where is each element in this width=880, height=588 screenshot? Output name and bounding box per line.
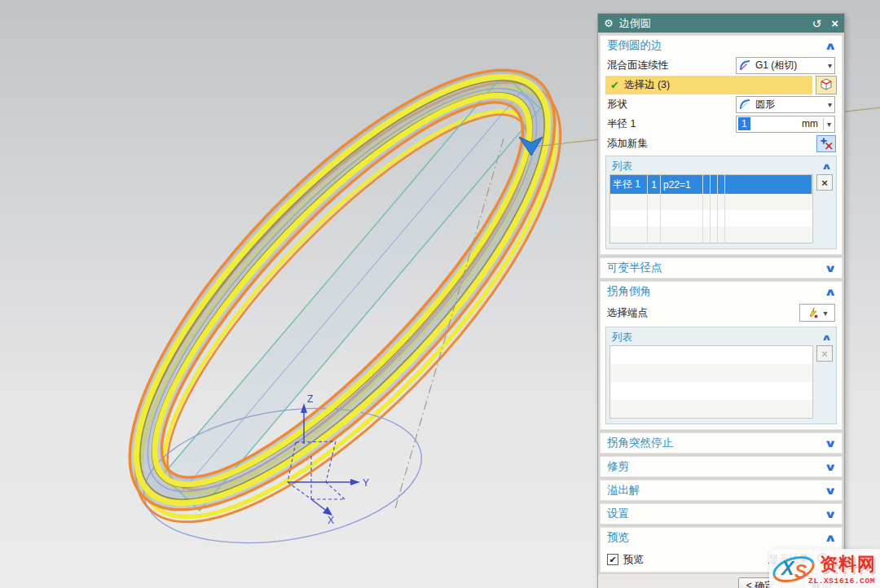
chevron-up-icon[interactable]: ∧: [825, 532, 838, 544]
g1-continuity-icon: [739, 59, 752, 72]
list-row-empty: [610, 210, 812, 226]
continuity-dropdown[interactable]: G1 (相切) ▾: [736, 57, 835, 74]
chevron-up-icon[interactable]: ∧: [821, 161, 832, 172]
section-title: 修剪: [607, 459, 826, 474]
section-header-trim[interactable]: 修剪 ∨: [601, 457, 842, 476]
application-window: Z Y X ⚙ 边倒圆 ↺ × 要倒圆的边 ∧ 混合面连续性: [0, 0, 880, 588]
cell-radius-value: 1: [648, 175, 661, 194]
list-row-empty: [610, 346, 812, 364]
section-header-settings[interactable]: 设置 ∨: [601, 504, 842, 524]
remove-list-item-button[interactable]: ×: [816, 174, 833, 191]
preview-checkbox-label: 预览: [623, 553, 644, 567]
section-title: 预览: [607, 530, 826, 545]
gear-icon: ⚙: [604, 17, 614, 29]
section-trim: 修剪 ∨: [600, 456, 843, 477]
dialog-title: 边倒圆: [619, 16, 812, 31]
chevron-down-icon: ▾: [825, 100, 832, 109]
solid-body-filter-button[interactable]: [816, 76, 837, 94]
radius-list-panel: 列表 ∧ 半径 1 1 p22=1: [605, 156, 837, 249]
list-row-empty: [610, 364, 812, 382]
section-header-overflow[interactable]: 溢出解 ∨: [601, 480, 842, 500]
close-icon[interactable]: ×: [831, 16, 838, 30]
watermark-logo-x: X: [780, 558, 795, 579]
section-variable-radius: 可变半径点 ∨: [600, 257, 843, 279]
chevron-up-icon[interactable]: ∧: [825, 286, 838, 298]
section-overflow: 溢出解 ∨: [600, 480, 843, 501]
chevron-down-icon[interactable]: ∨: [825, 461, 838, 473]
cell-radius-expr: p22=1: [661, 175, 703, 194]
list-row-selected[interactable]: 半径 1 1 p22=1: [610, 175, 812, 194]
add-set-icon: [820, 137, 834, 151]
y-axis-label: Y: [363, 477, 369, 489]
continuity-label: 混合面连续性: [607, 59, 736, 72]
list-title: 列表: [612, 331, 823, 344]
select-edge-label: 选择边 (3): [624, 78, 670, 92]
chevron-down-icon: ▾: [823, 309, 827, 318]
radius-value[interactable]: 1: [738, 117, 750, 130]
add-new-set-button[interactable]: [816, 135, 836, 152]
chevron-down-icon[interactable]: ▾: [824, 120, 834, 129]
add-new-set-label: 添加新集: [607, 137, 816, 151]
chevron-down-icon[interactable]: ∨: [825, 437, 838, 450]
radius-input[interactable]: 1 mm ▾: [736, 116, 835, 133]
green-check-icon: ✔: [610, 79, 619, 91]
section-header-edges-to-blend[interactable]: 要倒圆的边 ∧: [601, 36, 842, 55]
endpoint-list-table: [609, 345, 813, 419]
dialog-body: 要倒圆的边 ∧ 混合面连续性 G1 (相切) ▾: [598, 33, 844, 574]
watermark-logo-s: S: [794, 561, 807, 582]
checkbox-check-icon: ✔: [609, 555, 616, 565]
select-endpoint-label: 选择端点: [607, 306, 799, 320]
chevron-up-icon[interactable]: ∧: [825, 40, 838, 52]
chevron-down-icon[interactable]: ∨: [825, 485, 838, 497]
section-edges-to-blend: 要倒圆的边 ∧ 混合面连续性 G1 (相切) ▾: [600, 35, 843, 255]
preview-checkbox[interactable]: ✔: [607, 554, 618, 565]
cube-icon: [819, 77, 834, 92]
section-title: 可变半径点: [607, 261, 826, 275]
edge-blend-dialog: ⚙ 边倒圆 ↺ × 要倒圆的边 ∧ 混合面连续性: [597, 13, 845, 588]
section-title: 拐角突然停止: [607, 436, 826, 450]
select-edge-row: ✔ 选择边 (3): [601, 75, 842, 94]
continuity-value: G1 (相切): [755, 59, 825, 72]
section-corner-blend: 拐角倒角 ∧ 选择端点 ▾ 列表 ∧: [600, 281, 843, 430]
chevron-down-icon[interactable]: ∨: [825, 508, 838, 520]
section-header-preview[interactable]: 预览 ∧: [601, 528, 842, 547]
shape-value: 圆形: [755, 98, 825, 112]
circular-shape-icon: [739, 98, 752, 111]
watermark-site-name: 资料网: [820, 552, 876, 577]
chevron-up-icon[interactable]: ∧: [821, 332, 832, 343]
radius-unit: mm: [802, 118, 823, 129]
continuity-row: 混合面连续性 G1 (相切) ▾: [601, 55, 842, 75]
list-row-empty: [610, 382, 812, 400]
shape-row: 形状 圆形 ▾: [601, 94, 842, 114]
chevron-down-icon: ▾: [825, 61, 832, 70]
select-endpoint-button[interactable]: ▾: [799, 304, 835, 322]
z-axis-label: Z: [307, 393, 313, 405]
delete-icon: ×: [821, 348, 828, 360]
section-header-variable-radius[interactable]: 可变半径点 ∨: [601, 258, 842, 278]
section-corner-stop: 拐角突然停止 ∨: [600, 432, 843, 454]
chevron-down-icon[interactable]: ∨: [825, 262, 838, 274]
add-new-set-row: 添加新集: [601, 134, 842, 153]
list-row-empty: [610, 194, 812, 210]
cell-radius-name: 半径 1: [610, 175, 648, 194]
remove-list-item-button-disabled: ×: [816, 345, 833, 362]
z-axis-arrow: [301, 403, 307, 413]
radius-label: 半径 1: [607, 117, 736, 131]
radius-row: 半径 1 1 mm ▾: [601, 114, 842, 134]
shape-dropdown[interactable]: 圆形 ▾: [736, 96, 835, 113]
section-header-corner-blend[interactable]: 拐角倒角 ∧: [601, 282, 842, 301]
dialog-titlebar[interactable]: ⚙ 边倒圆 ↺ ×: [598, 14, 844, 33]
section-settings: 设置 ∨: [600, 503, 843, 524]
section-header-corner-stop[interactable]: 拐角突然停止 ∨: [601, 433, 842, 453]
select-endpoint-row: 选择端点 ▾: [601, 301, 842, 324]
section-title: 要倒圆的边: [607, 38, 826, 53]
list-row-empty: [610, 400, 812, 418]
select-edge-field[interactable]: ✔ 选择边 (3): [605, 76, 812, 94]
reset-icon[interactable]: ↺: [812, 17, 822, 30]
point-wand-icon: [807, 306, 820, 319]
watermark: X S 资料网 ZL.XS1616.COM: [769, 549, 880, 588]
section-title: 溢出解: [607, 483, 826, 498]
list-header[interactable]: 列表 ∧: [609, 329, 833, 345]
radius-list-table: 半径 1 1 p22=1: [609, 174, 813, 244]
list-header[interactable]: 列表 ∧: [609, 158, 833, 174]
